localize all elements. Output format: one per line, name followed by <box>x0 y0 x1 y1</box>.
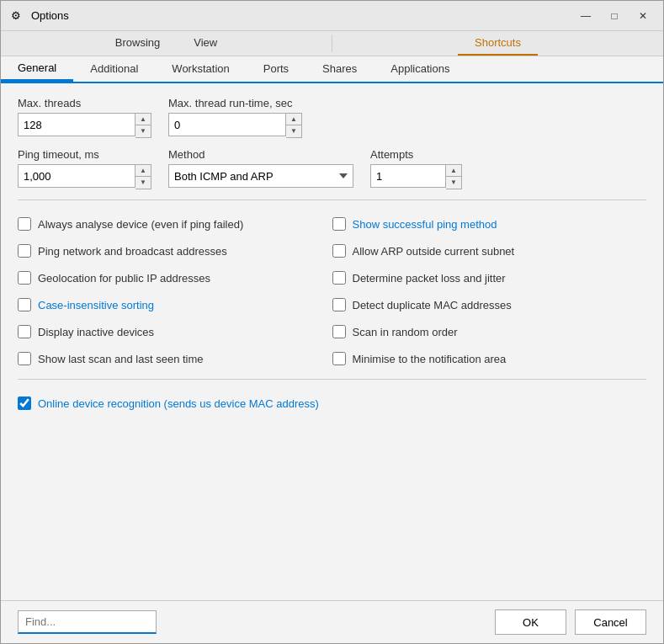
tab-view[interactable]: View <box>177 31 234 56</box>
method-select[interactable]: Both ICMP and ARP ICMP only ARP only <box>168 164 353 188</box>
checkbox-last-scan-label: Show last scan and last seen time <box>38 353 204 365</box>
checkbox-ping-broadcast-label: Ping network and broadcast addresses <box>38 245 227 258</box>
max-threads-field: Max. threads ▲ ▼ <box>18 97 151 138</box>
checkbox-ping-broadcast[interactable]: Ping network and broadcast addresses <box>18 237 332 264</box>
checkbox-case-insensitive-label: Case-insensitive sorting <box>38 299 154 311</box>
tab-general[interactable]: General <box>1 56 73 82</box>
checkbox-online-recognition[interactable]: Online device recognition (sends us devi… <box>18 390 646 417</box>
attempts-field: Attempts ▲ ▼ <box>370 148 462 189</box>
cancel-button[interactable]: Cancel <box>575 609 646 635</box>
checkbox-online-recognition-input[interactable] <box>18 397 31 410</box>
checkbox-case-insensitive[interactable]: Case-insensitive sorting <box>18 291 332 318</box>
app-icon: ⚙ <box>8 8 24 24</box>
options-window: ⚙ Options — □ ✕ Browsing View Shortcuts … <box>0 0 664 644</box>
checkbox-packet-loss[interactable]: Determine packet loss and jitter <box>332 264 647 291</box>
separator-1 <box>18 200 646 200</box>
ping-timeout-spinner-buttons: ▲ ▼ <box>135 164 151 189</box>
tab-shortcuts[interactable]: Shortcuts <box>458 31 538 56</box>
checkbox-always-analyse[interactable]: Always analyse device (even if ping fail… <box>18 210 332 237</box>
checkbox-geolocation[interactable]: Geolocation for public IP addresses <box>18 264 332 291</box>
max-threads-input[interactable] <box>18 113 135 136</box>
checkbox-ping-broadcast-input[interactable] <box>18 244 31 258</box>
max-thread-runtime-down[interactable]: ▼ <box>286 125 301 137</box>
attempts-label: Attempts <box>370 148 462 161</box>
max-threads-up[interactable]: ▲ <box>135 114 151 125</box>
minimize-button[interactable]: — <box>572 5 599 27</box>
attempts-spinner: ▲ ▼ <box>370 164 462 189</box>
ok-button[interactable]: OK <box>495 609 566 635</box>
checkbox-show-ping-method-input[interactable] <box>332 217 346 231</box>
ping-timeout-field: Ping timeout, ms ▲ ▼ <box>18 148 151 189</box>
checkbox-minimise-tray-input[interactable] <box>332 352 346 365</box>
checkbox-always-analyse-label: Always analyse device (even if ping fail… <box>38 218 243 231</box>
checkbox-geolocation-label: Geolocation for public IP addresses <box>38 272 210 285</box>
tab-additional[interactable]: Additional <box>73 56 155 82</box>
checkbox-minimise-tray[interactable]: Minimise to the notification area <box>332 345 647 372</box>
tab-group-shortcuts: Shortcuts <box>332 31 663 56</box>
ping-timeout-label: Ping timeout, ms <box>18 148 151 161</box>
titlebar: ⚙ Options — □ ✕ <box>1 1 663 31</box>
method-select-group: Both ICMP and ARP ICMP only ARP only <box>168 164 353 188</box>
tab-workstation[interactable]: Workstation <box>155 56 246 82</box>
checkbox-duplicate-mac-label: Detect duplicate MAC addresses <box>353 299 512 311</box>
max-thread-runtime-input[interactable] <box>168 113 286 136</box>
checkbox-case-insensitive-input[interactable] <box>18 298 31 311</box>
max-thread-runtime-label: Max. thread run-time, sec <box>168 97 302 109</box>
tab-row-1: Browsing View Shortcuts <box>1 31 663 56</box>
max-threads-down[interactable]: ▼ <box>135 125 151 137</box>
separator-2 <box>18 379 646 380</box>
tab-applications[interactable]: Applications <box>374 56 466 82</box>
max-thread-runtime-up[interactable]: ▲ <box>286 114 301 125</box>
max-thread-runtime-field: Max. thread run-time, sec ▲ ▼ <box>168 97 302 138</box>
checkbox-duplicate-mac-input[interactable] <box>332 298 346 311</box>
checkbox-last-scan[interactable]: Show last scan and last seen time <box>18 345 332 372</box>
ping-timeout-down[interactable]: ▼ <box>135 177 151 189</box>
attempts-input[interactable] <box>370 164 446 188</box>
ping-timeout-input[interactable] <box>18 164 135 188</box>
footer: OK Cancel <box>1 600 663 643</box>
close-button[interactable]: ✕ <box>629 5 656 27</box>
checkbox-online-recognition-label: Online device recognition (sends us devi… <box>38 397 319 410</box>
ping-timeout-spinner: ▲ ▼ <box>18 164 151 189</box>
form-row-ping: Ping timeout, ms ▲ ▼ Method Both ICMP an… <box>18 148 646 189</box>
checkbox-show-ping-method-label: Show successful ping method <box>353 218 497 231</box>
main-content: Max. threads ▲ ▼ Max. thread run-time, s… <box>1 83 663 600</box>
max-thread-runtime-spinner-buttons: ▲ ▼ <box>286 113 302 138</box>
checkbox-show-ping-method[interactable]: Show successful ping method <box>332 210 647 237</box>
checkbox-allow-arp-label: Allow ARP outside current subnet <box>353 245 515 258</box>
checkbox-inactive-devices[interactable]: Display inactive devices <box>18 318 332 345</box>
window-title: Options <box>31 9 572 22</box>
find-input[interactable] <box>18 610 157 634</box>
max-threads-spinner-buttons: ▲ ▼ <box>135 113 151 138</box>
tab-row-2: General Additional Workstation Ports Sha… <box>1 56 663 83</box>
tab-browsing[interactable]: Browsing <box>98 31 177 56</box>
checkbox-inactive-devices-label: Display inactive devices <box>38 326 154 338</box>
checkbox-packet-loss-label: Determine packet loss and jitter <box>353 272 506 285</box>
method-label: Method <box>168 148 353 161</box>
maximize-button[interactable]: □ <box>601 5 628 27</box>
attempts-down[interactable]: ▼ <box>446 177 461 189</box>
checkbox-allow-arp-input[interactable] <box>332 244 346 258</box>
ping-timeout-up[interactable]: ▲ <box>135 165 151 177</box>
checkbox-random-order[interactable]: Scan in random order <box>332 318 647 345</box>
form-row-threads: Max. threads ▲ ▼ Max. thread run-time, s… <box>18 97 646 138</box>
checkbox-duplicate-mac[interactable]: Detect duplicate MAC addresses <box>332 291 647 318</box>
method-field: Method Both ICMP and ARP ICMP only ARP o… <box>168 148 353 188</box>
checkbox-always-analyse-input[interactable] <box>18 217 31 231</box>
checkbox-minimise-tray-label: Minimise to the notification area <box>353 353 507 365</box>
attempts-up[interactable]: ▲ <box>446 165 461 177</box>
checkbox-inactive-devices-input[interactable] <box>18 325 31 338</box>
max-threads-spinner: ▲ ▼ <box>18 113 151 138</box>
attempts-spinner-buttons: ▲ ▼ <box>446 164 462 189</box>
checkbox-last-scan-input[interactable] <box>18 352 31 365</box>
checkbox-random-order-input[interactable] <box>332 325 346 338</box>
max-threads-label: Max. threads <box>18 97 151 109</box>
checkbox-allow-arp[interactable]: Allow ARP outside current subnet <box>332 237 647 264</box>
max-thread-runtime-spinner: ▲ ▼ <box>168 113 302 138</box>
tab-group-browsing-view: Browsing View <box>1 31 332 56</box>
checkbox-geolocation-input[interactable] <box>18 271 31 285</box>
tab-ports[interactable]: Ports <box>247 56 305 82</box>
tab-shares[interactable]: Shares <box>305 56 374 82</box>
checkbox-packet-loss-input[interactable] <box>332 271 346 285</box>
checkbox-random-order-label: Scan in random order <box>353 326 458 338</box>
